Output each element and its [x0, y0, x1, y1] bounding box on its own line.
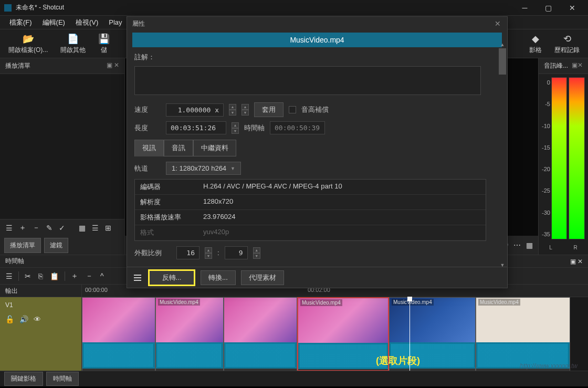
- audio-peak-title: 音訊峰...: [544, 61, 568, 70]
- playlist-title: 播放清單: [5, 61, 30, 70]
- add-icon[interactable]: ＋: [69, 271, 80, 281]
- menu-play[interactable]: Play: [103, 16, 127, 28]
- add-icon[interactable]: ＋: [17, 223, 28, 233]
- audio-bar-left: [551, 77, 568, 239]
- reverse-button[interactable]: 反轉...: [148, 269, 195, 286]
- menu-edit[interactable]: 編輯(E): [37, 16, 70, 29]
- playhead[interactable]: [410, 297, 410, 371]
- history-button[interactable]: ⟲ 歷程記錄: [550, 32, 584, 56]
- playlist-toolbar: ☰ ＋ － ✎ ✓ ▦ ☰ ⊞: [0, 219, 124, 236]
- pitch-compensate-label: 音高補償: [301, 105, 329, 114]
- tab-metadata[interactable]: 中繼資料: [193, 140, 236, 156]
- keyframes-button[interactable]: ◆ 影格: [525, 32, 546, 56]
- track-header-v1[interactable]: V1 🔓 🔊 👁: [0, 297, 81, 371]
- check-icon[interactable]: ✓: [57, 224, 67, 232]
- dialog-banner: MusicVideo.mp4: [132, 33, 502, 47]
- playlist-body[interactable]: [0, 74, 124, 219]
- menu-file[interactable]: 檔案(F): [4, 16, 37, 29]
- properties-dialog: 屬性 ✕ MusicVideo.mp4 ▲ ▼ 註解： 速度 ▲▼ ▲▼ 套用 …: [127, 16, 508, 288]
- clip[interactable]: MusicVideo.mp4: [155, 297, 224, 371]
- properties-table: 編碼器H.264 / AVC / MPEG-4 AVC / MPEG-4 par…: [134, 179, 486, 241]
- window-title: 未命名* - Shotcut: [16, 3, 513, 12]
- aspect-label: 外觀比例: [134, 248, 171, 258]
- file-icon: 📄: [67, 33, 79, 45]
- remove-icon[interactable]: －: [84, 271, 94, 281]
- dialog-title: 屬性: [132, 19, 145, 28]
- more-icon[interactable]: ⋯: [513, 241, 521, 249]
- clip[interactable]: MusicVideo.mp4: [476, 297, 570, 371]
- close-button[interactable]: ✕: [560, 0, 584, 16]
- menu-icon[interactable]: [132, 272, 143, 283]
- tab-timeline[interactable]: 時間軸: [46, 372, 79, 386]
- speed-label: 速度: [134, 105, 161, 114]
- history-icon: ⟲: [563, 33, 571, 45]
- menu-icon[interactable]: ☰: [4, 224, 14, 232]
- open-file-button[interactable]: 📂 開啟檔案(O)...: [4, 32, 52, 56]
- convert-button[interactable]: 轉換...: [201, 270, 236, 285]
- duration-spinner[interactable]: ▲▼: [232, 122, 239, 134]
- timeline-tracks[interactable]: 00:00:00 00:02:00 MusicVideo.mp4 MusicVi…: [82, 285, 588, 371]
- annotation-select-clip: (選取片段): [376, 354, 420, 367]
- timeline-pos-input: [270, 121, 325, 134]
- grid-icon[interactable]: ▦: [77, 224, 87, 232]
- tab-keyframes[interactable]: 關鍵影格: [4, 372, 43, 386]
- maximize-button[interactable]: ▢: [537, 0, 560, 16]
- cut-icon[interactable]: ✂: [23, 272, 33, 280]
- tab-video[interactable]: 視訊: [134, 140, 164, 156]
- speed-input[interactable]: [166, 103, 224, 117]
- undock-icon[interactable]: ▣ ✕: [107, 61, 119, 70]
- menu-icon[interactable]: ☰: [4, 272, 14, 280]
- speed-spinner-coarse[interactable]: ▲▼: [242, 104, 249, 116]
- clip[interactable]: [224, 297, 297, 371]
- proxy-button[interactable]: 代理素材: [241, 270, 284, 285]
- visibility-icon[interactable]: 👁: [34, 315, 41, 323]
- watermark: http://www.xxxxxx.tw: [520, 362, 578, 370]
- label-left: L: [549, 245, 552, 250]
- lock-icon[interactable]: 🔓: [5, 315, 14, 323]
- aspect-width-spinner[interactable]: ▲▼: [205, 247, 212, 259]
- grid-toggle-icon[interactable]: ▦: [526, 241, 533, 249]
- audio-meter-panel: 音訊峰... ▣✕ 0 -5 -10 -15 -20 -25 -30 -35 L…: [538, 58, 588, 255]
- folder-open-icon: 📂: [23, 33, 34, 45]
- comment-textarea[interactable]: [134, 66, 481, 95]
- save-button[interactable]: 💾 儲: [94, 32, 114, 56]
- tab-filters[interactable]: 濾鏡: [44, 238, 68, 253]
- open-other-button[interactable]: 📄 開啟其他: [56, 32, 90, 56]
- aspect-height-spinner[interactable]: ▲▼: [253, 247, 260, 259]
- up-icon[interactable]: ^: [99, 272, 106, 280]
- audio-bar-right: [569, 77, 585, 239]
- menu-view[interactable]: 檢視(V): [70, 16, 103, 29]
- aspect-width-input[interactable]: [176, 246, 200, 259]
- duration-input[interactable]: [166, 121, 226, 134]
- timeline-pos-label: 時間軸: [244, 123, 265, 133]
- remove-icon[interactable]: －: [31, 223, 41, 233]
- keyframe-icon: ◆: [532, 33, 539, 45]
- playlist-panel: 播放清單 ▣ ✕ ☰ ＋ － ✎ ✓ ▦ ☰ ⊞ 播放清單 濾鏡: [0, 58, 125, 255]
- chevron-down-icon: ▼: [230, 166, 235, 171]
- tab-audio[interactable]: 音訊: [164, 140, 193, 156]
- clip-selected[interactable]: MusicVideo.mp4: [297, 297, 389, 371]
- tab-playlist[interactable]: 播放清單: [4, 238, 41, 253]
- close-icon[interactable]: ✕: [494, 19, 502, 28]
- clip[interactable]: [82, 297, 155, 371]
- app-logo: [4, 4, 12, 12]
- aspect-height-input[interactable]: [225, 246, 248, 259]
- edit-icon[interactable]: ✎: [45, 224, 54, 232]
- undock-icon[interactable]: ▣ ✕: [570, 258, 583, 265]
- audio-db-labels: 0 -5 -10 -15 -20 -25 -30 -35: [542, 77, 550, 239]
- output-label[interactable]: 輸出: [0, 285, 81, 297]
- minimize-button[interactable]: ─: [513, 0, 537, 16]
- detail-icon[interactable]: ⊞: [103, 224, 113, 232]
- save-icon: 💾: [98, 33, 110, 45]
- pitch-compensate-checkbox[interactable]: [289, 106, 296, 113]
- apply-button[interactable]: 套用: [254, 102, 284, 117]
- track-select[interactable]: 1: 1280x720 h264 ▼: [166, 162, 241, 175]
- undock-icon[interactable]: ▣✕: [572, 61, 583, 70]
- speed-spinner[interactable]: ▲▼: [229, 104, 236, 116]
- mute-icon[interactable]: 🔊: [19, 315, 28, 323]
- paste-icon[interactable]: 📋: [48, 272, 60, 280]
- label-right: R: [573, 245, 577, 250]
- list-icon[interactable]: ☰: [90, 224, 100, 232]
- titlebar: 未命名* - Shotcut ─ ▢ ✕: [0, 0, 588, 16]
- copy-icon[interactable]: ⎘: [37, 272, 44, 280]
